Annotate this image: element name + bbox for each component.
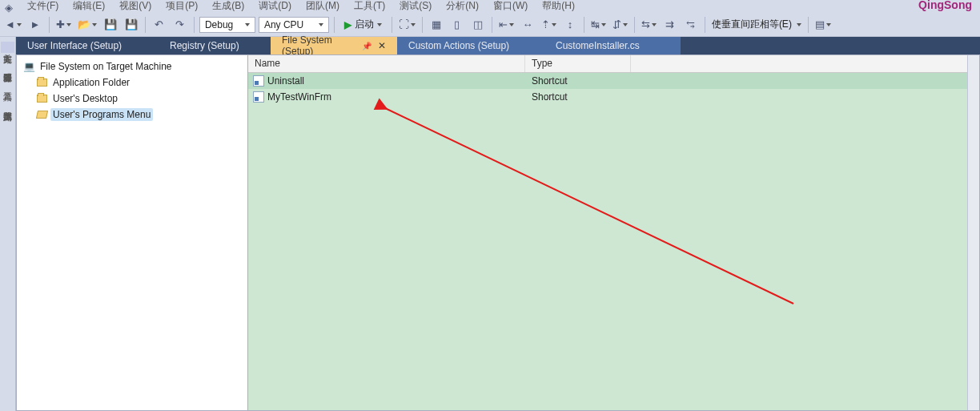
- tab-registry[interactable]: Registry (Setup): [159, 37, 271, 54]
- row-type: Shortcut: [525, 91, 631, 103]
- hspace-inc-button[interactable]: ⇉: [661, 16, 679, 34]
- toolbar-sep: [145, 17, 146, 33]
- tree-item-label: User's Programs Menu: [50, 108, 153, 121]
- nav-forward-button[interactable]: ►: [26, 16, 44, 34]
- menu-analyze[interactable]: 分析(N): [446, 0, 479, 13]
- open-file-button[interactable]: 📂: [76, 16, 98, 34]
- toolbar-sep: [392, 17, 392, 33]
- list-row[interactable]: Uninstall Shortcut: [248, 73, 979, 89]
- menu-view[interactable]: 视图(V): [119, 0, 151, 13]
- pin-icon[interactable]: 📌: [362, 42, 372, 50]
- redo-button[interactable]: ↷: [171, 16, 189, 34]
- save-all-button[interactable]: 💾: [122, 16, 140, 34]
- tree-item-label: Application Folder: [50, 76, 132, 89]
- toolwell-tab-4[interactable]: 数据库浏览器: [1, 99, 14, 111]
- save-button[interactable]: 💾: [102, 16, 119, 34]
- tree-item-users-desktop[interactable]: User's Desktop: [17, 91, 247, 107]
- folder-icon: [36, 77, 47, 88]
- column-header-type[interactable]: Type: [525, 55, 631, 72]
- menu-help[interactable]: 帮助(H): [542, 0, 575, 13]
- left-toolwell: 先前方案 服务器资源管理器 工具箱 数据库浏览器: [0, 37, 16, 411]
- platform-dropdown[interactable]: Any CPU: [259, 17, 329, 33]
- toolwell-tab-3[interactable]: 工具箱: [1, 80, 14, 91]
- play-icon: ▶: [344, 19, 351, 30]
- row-name: MyTestWinFrm: [267, 91, 331, 103]
- editor-content: 💻 File System on Target Machine Applicat…: [16, 54, 980, 411]
- tree-root[interactable]: 💻 File System on Target Machine: [17, 58, 247, 75]
- vspace-equal-button[interactable]: 使垂直间距相等(E): [710, 16, 803, 34]
- toolbar-sep: [584, 17, 584, 33]
- column-header-spacer: [631, 55, 979, 72]
- column-header-name[interactable]: Name: [248, 55, 525, 72]
- start-label: 启动: [355, 18, 374, 31]
- machine-icon: 💻: [23, 61, 34, 72]
- start-debug-button[interactable]: ▶ 启动: [339, 16, 387, 34]
- processes-button[interactable]: ⛶: [397, 16, 417, 34]
- menu-window[interactable]: 窗口(W): [493, 0, 528, 13]
- menu-tools[interactable]: 工具(T): [354, 0, 385, 13]
- list-header: Name Type: [248, 55, 979, 73]
- close-icon[interactable]: ✕: [378, 40, 386, 51]
- tab-custom-installer[interactable]: CustomeInstaller.cs: [544, 37, 681, 54]
- row-type: Shortcut: [525, 75, 631, 87]
- vs-logo-icon: ◈: [5, 2, 13, 13]
- tab-label: File System (Setup): [282, 34, 355, 57]
- toolbar-sep: [808, 17, 809, 33]
- filesystem-tree: 💻 File System on Target Machine Applicat…: [17, 55, 248, 410]
- layout-btn-3[interactable]: ◫: [469, 16, 487, 34]
- tab-label: User Interface (Setup): [27, 40, 122, 51]
- tree-root-label: File System on Target Machine: [38, 60, 175, 73]
- toolbar-sep: [634, 17, 635, 33]
- filesystem-listview: Name Type Uninstall Shortcut MyTestWinFr…: [248, 55, 979, 410]
- shortcut-icon: [253, 75, 264, 87]
- toolbar-sep: [492, 17, 492, 33]
- list-row[interactable]: MyTestWinFrm Shortcut: [248, 89, 979, 105]
- menu-edit[interactable]: 编辑(E): [73, 0, 105, 13]
- tab-file-system[interactable]: File System (Setup) 📌 ✕: [271, 37, 397, 54]
- account-name[interactable]: QingSong: [918, 0, 972, 11]
- menu-build[interactable]: 生成(B): [212, 0, 244, 13]
- hspace-remove-button[interactable]: ⥃: [682, 16, 700, 34]
- align-top-button[interactable]: ⇡: [540, 16, 558, 34]
- menubar: ◈ 文件(F) 编辑(E) 视图(V) 项目(P) 生成(B) 调试(D) 团队…: [0, 0, 980, 13]
- vspace-label: 使垂直间距相等(E): [712, 18, 792, 31]
- folder-icon: [36, 93, 47, 104]
- size-height-button[interactable]: ⇵: [611, 16, 629, 34]
- toolwell-tab-2[interactable]: 服务器资源管理器: [1, 61, 14, 72]
- document-frame: User Interface (Setup) Registry (Setup) …: [16, 37, 980, 411]
- menu-project[interactable]: 项目(P): [166, 0, 198, 13]
- toolbar-sep: [705, 17, 705, 33]
- align-left-button[interactable]: ⇤: [497, 16, 516, 34]
- tab-custom-actions[interactable]: Custom Actions (Setup): [397, 37, 544, 54]
- layout-btn-2[interactable]: ▯: [448, 16, 466, 34]
- toolwell-tab-1[interactable]: 先前方案: [1, 42, 14, 53]
- document-tabs: User Interface (Setup) Registry (Setup) …: [16, 37, 980, 54]
- new-item-button[interactable]: ✚: [54, 16, 73, 34]
- tree-item-users-programs-menu[interactable]: User's Programs Menu: [17, 107, 247, 123]
- undo-button[interactable]: ↶: [151, 16, 168, 34]
- nav-back-button[interactable]: ◄: [3, 16, 23, 34]
- align-center-h-button[interactable]: ↔: [519, 16, 536, 34]
- align-center-v-button[interactable]: ↕: [561, 16, 579, 34]
- config-dropdown[interactable]: Debug: [199, 17, 255, 33]
- tab-label: Registry (Setup): [170, 40, 239, 51]
- tree-item-application-folder[interactable]: Application Folder: [17, 75, 247, 91]
- shortcut-icon: [253, 91, 264, 103]
- menu-debug[interactable]: 调试(D): [259, 0, 291, 13]
- tree-item-label: User's Desktop: [50, 92, 120, 105]
- tab-user-interface[interactable]: User Interface (Setup): [16, 37, 159, 54]
- tab-label: CustomeInstaller.cs: [556, 40, 640, 51]
- menu-test[interactable]: 测试(S): [400, 0, 432, 13]
- tab-order-button[interactable]: ▤: [813, 16, 833, 34]
- menu-team[interactable]: 团队(M): [306, 0, 339, 13]
- main-toolbar: ◄ ► ✚ 📂 💾 💾 ↶ ↷ Debug Any CPU ▶ 启动 ⛶ ▦ ▯…: [0, 13, 980, 37]
- toolbar-sep: [422, 17, 423, 33]
- tab-label: Custom Actions (Setup): [408, 40, 509, 51]
- toolbar-sep: [334, 17, 335, 33]
- layout-btn-1[interactable]: ▦: [428, 16, 445, 34]
- size-width-button[interactable]: ↹: [589, 16, 608, 34]
- hspace-equal-button[interactable]: ⇆: [640, 16, 658, 34]
- menu-file[interactable]: 文件(F): [27, 0, 58, 13]
- folder-open-icon: [36, 109, 47, 120]
- toolbar-sep: [49, 17, 50, 33]
